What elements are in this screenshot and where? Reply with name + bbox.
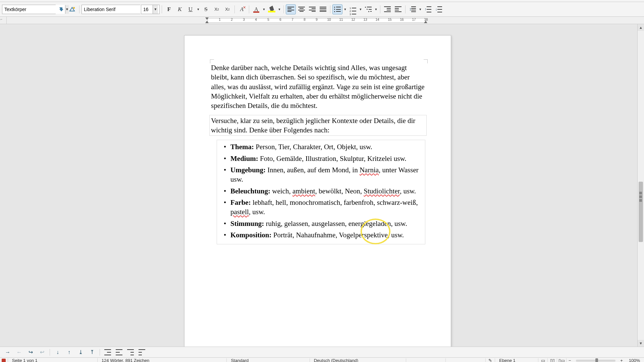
promote-icon[interactable] bbox=[103, 348, 113, 357]
nav-forward-alt-icon[interactable]: ↪ bbox=[25, 348, 36, 357]
promote-sub-icon[interactable] bbox=[125, 348, 136, 357]
line-spacing-button[interactable]: ↕ bbox=[408, 4, 418, 14]
update-style-icon[interactable] bbox=[56, 4, 66, 14]
view-single-page-icon[interactable]: ▭ bbox=[538, 358, 548, 362]
paragraph[interactable]: Versuche, klar zu sein, bezüglich jeglic… bbox=[210, 115, 426, 136]
toolbar-formatting: ▼ ▼ ▼ F K U ▼ S X2 X2 A✕ A ▼ ▼ ▼ 123 ▼ bbox=[0, 2, 644, 17]
navigator-handle-icon[interactable] bbox=[638, 192, 643, 202]
nav-back-alt-icon[interactable]: ↩ bbox=[37, 348, 47, 357]
italic-button[interactable]: K bbox=[175, 4, 185, 14]
separator bbox=[162, 5, 162, 13]
ruler-number: 12 bbox=[351, 18, 355, 21]
highlight-button[interactable] bbox=[267, 4, 277, 14]
separator bbox=[79, 5, 79, 13]
zoom-percent[interactable]: 100% bbox=[625, 358, 644, 362]
zoom-slider[interactable] bbox=[576, 360, 616, 362]
list-item[interactable]: Stimmung: ruhig, gelassen, ausgelassen, … bbox=[230, 219, 423, 228]
ruler-number: 3 bbox=[243, 18, 245, 21]
status-signature-icon[interactable]: ✎ bbox=[486, 358, 495, 362]
font-size-input[interactable] bbox=[141, 5, 153, 14]
line-spacing-dropdown[interactable]: ▼ bbox=[418, 4, 422, 14]
status-page-style[interactable]: Standard bbox=[227, 358, 310, 362]
align-justify-button[interactable] bbox=[318, 4, 328, 14]
new-style-icon[interactable] bbox=[67, 4, 77, 14]
underline-button[interactable]: U bbox=[185, 4, 196, 14]
bullet-list-button[interactable] bbox=[332, 4, 342, 14]
view-book-icon[interactable]: ▯▭ bbox=[557, 358, 567, 362]
status-outline-level[interactable]: Ebene 1 bbox=[495, 358, 538, 362]
separator bbox=[283, 5, 284, 13]
underline-dropdown[interactable]: ▼ bbox=[196, 4, 200, 14]
separator bbox=[405, 5, 406, 13]
list-item[interactable]: Umgebung: Innen, außen, auf dem Mond, in… bbox=[230, 165, 423, 184]
save-status-icon[interactable] bbox=[0, 358, 8, 362]
view-multi-page-icon[interactable]: ▯▯ bbox=[548, 358, 557, 362]
highlight-dropdown[interactable]: ▼ bbox=[277, 4, 281, 14]
separator bbox=[380, 5, 380, 13]
zoom-in-button[interactable]: + bbox=[618, 358, 625, 362]
horizontal-ruler[interactable]: 123456789101112131415161718 bbox=[7, 17, 644, 24]
ruler-number: 11 bbox=[339, 18, 343, 21]
outline-button[interactable] bbox=[363, 4, 373, 14]
nav-up-icon[interactable]: ↑ bbox=[64, 348, 74, 357]
list-item[interactable]: Komposition: Porträt, Nahaufnahme, Vogel… bbox=[230, 230, 423, 240]
list-item[interactable]: Thema: Person, Tier, Charakter, Ort, Obj… bbox=[230, 142, 423, 152]
font-color-button[interactable]: A bbox=[251, 4, 261, 14]
navigation-toolbar: → ← ↪ ↩ ↓ ↑ ⤓ ⤒ bbox=[0, 347, 644, 357]
status-insert-mode[interactable] bbox=[406, 358, 446, 362]
document-body[interactable]: Denke darüber nach, welche Details wicht… bbox=[211, 63, 425, 244]
separator bbox=[100, 349, 100, 356]
outline-dropdown[interactable]: ▼ bbox=[374, 4, 378, 14]
paragraph[interactable]: Denke darüber nach, welche Details wicht… bbox=[211, 63, 425, 111]
font-name-combo[interactable]: ▼ bbox=[82, 5, 140, 14]
subscript-button[interactable]: X2 bbox=[222, 4, 232, 14]
font-color-dropdown[interactable]: ▼ bbox=[262, 4, 266, 14]
paragraph-style-input[interactable] bbox=[2, 5, 65, 14]
vertical-scrollbar[interactable]: ▲ ▼ bbox=[637, 24, 644, 347]
font-size-combo[interactable]: ▼ bbox=[141, 5, 160, 14]
status-word-count[interactable]: 124 Wörter, 891 Zeichen bbox=[98, 358, 227, 362]
list-item[interactable]: Farbe: lebhaft, hell, monochromatisch, f… bbox=[230, 198, 423, 217]
list-item[interactable]: Medium: Foto, Gemälde, Illustration, Sku… bbox=[230, 154, 423, 163]
scroll-down-button[interactable]: ▼ bbox=[638, 340, 644, 347]
status-page[interactable]: Seite 1 von 1 bbox=[8, 358, 98, 362]
increase-indent-button[interactable] bbox=[382, 4, 392, 14]
increase-para-spacing-button[interactable]: ↑ bbox=[423, 4, 433, 14]
numbered-list-dropdown[interactable]: ▼ bbox=[359, 4, 363, 14]
clear-formatting-button[interactable]: A✕ bbox=[237, 4, 247, 14]
demote-icon[interactable] bbox=[114, 348, 124, 357]
nav-page-down-icon[interactable]: ⤓ bbox=[75, 348, 86, 357]
highlight-swatch bbox=[268, 11, 275, 12]
separator bbox=[249, 5, 249, 13]
status-bar: Seite 1 von 1 124 Wörter, 891 Zeichen St… bbox=[0, 357, 644, 362]
align-left-button[interactable] bbox=[286, 4, 296, 14]
paragraph-style-combo[interactable]: ▼ bbox=[2, 5, 56, 14]
decrease-para-spacing-button[interactable]: ↓ bbox=[434, 4, 444, 14]
status-language[interactable]: Deutsch (Deutschland) bbox=[310, 358, 406, 362]
scroll-up-button[interactable]: ▲ bbox=[638, 24, 644, 31]
list-item[interactable]: Beleuchtung: weich, ambient, bewölkt, Ne… bbox=[230, 186, 423, 196]
font-name-input[interactable] bbox=[82, 5, 145, 14]
nav-page-up-icon[interactable]: ⤒ bbox=[87, 348, 97, 357]
zoom-slider-knob[interactable] bbox=[595, 358, 598, 362]
nav-back-icon[interactable]: ← bbox=[14, 348, 24, 357]
decrease-indent-button[interactable] bbox=[393, 4, 403, 14]
demote-sub-icon[interactable] bbox=[137, 348, 147, 357]
page[interactable]: Denke darüber nach, welche Details wicht… bbox=[184, 35, 451, 347]
strikethrough-button[interactable]: S bbox=[201, 4, 211, 14]
align-center-button[interactable] bbox=[297, 4, 307, 14]
numbered-list-button[interactable]: 123 bbox=[348, 4, 358, 14]
align-right-button[interactable] bbox=[307, 4, 317, 14]
chevron-down-icon[interactable]: ▼ bbox=[153, 5, 158, 14]
scrollbar-thumb[interactable] bbox=[639, 182, 643, 242]
ruler-number: 16 bbox=[400, 18, 404, 21]
bullet-list[interactable]: Thema: Person, Tier, Charakter, Ort, Obj… bbox=[217, 140, 425, 244]
superscript-button[interactable]: X2 bbox=[212, 4, 222, 14]
bold-button[interactable]: F bbox=[164, 4, 174, 14]
status-selection-mode[interactable] bbox=[446, 358, 486, 362]
nav-down-icon[interactable]: ↓ bbox=[53, 348, 63, 357]
font-color-swatch bbox=[253, 11, 259, 13]
zoom-out-button[interactable]: − bbox=[567, 358, 573, 362]
nav-forward-icon[interactable]: → bbox=[3, 348, 13, 357]
bullet-list-dropdown[interactable]: ▼ bbox=[343, 4, 347, 14]
